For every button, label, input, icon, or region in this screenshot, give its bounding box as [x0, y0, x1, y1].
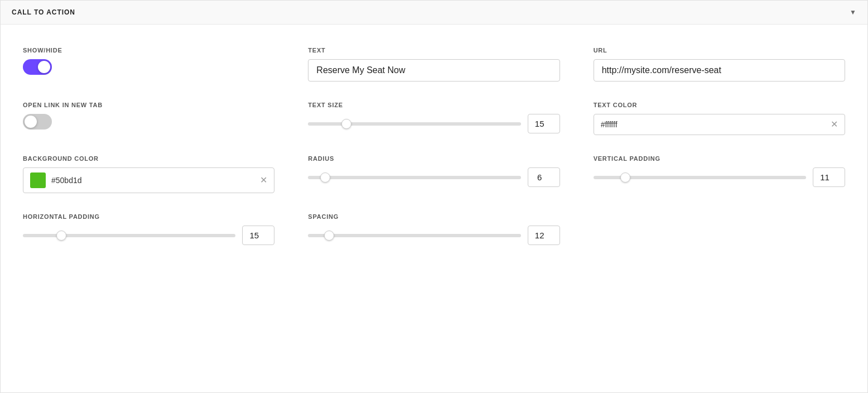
text-size-label: TEXT SIZE: [308, 102, 560, 108]
panel-body: SHOW/HIDE TEXT URL: [1, 25, 867, 267]
vertical-padding-track: [594, 176, 806, 179]
open-link-toggle-wrapper: [23, 114, 274, 130]
vertical-padding-slider-container: [594, 172, 806, 183]
show-hide-label: SHOW/HIDE: [23, 47, 274, 54]
horizontal-padding-input[interactable]: [242, 226, 274, 245]
radius-track: [308, 176, 520, 179]
text-size-slider-row: [308, 114, 560, 133]
horizontal-padding-slider-row: [23, 226, 274, 245]
radius-slider-row: [308, 167, 560, 187]
text-label: TEXT: [308, 47, 560, 54]
text-color-input[interactable]: [601, 120, 826, 129]
background-color-clear-icon[interactable]: ✕: [260, 176, 267, 185]
text-color-group: TEXT COLOR ✕: [594, 102, 845, 135]
text-color-label: TEXT COLOR: [594, 102, 845, 108]
background-color-swatch[interactable]: [30, 172, 46, 188]
open-link-thumb: [25, 116, 37, 128]
row-1: SHOW/HIDE TEXT URL: [23, 47, 845, 82]
open-link-group: OPEN LINK IN NEW TAB: [23, 102, 274, 135]
show-hide-toggle-wrapper: [23, 59, 274, 75]
radius-group: RADIUS: [308, 155, 560, 193]
radius-slider-container: [308, 172, 520, 183]
text-color-clear-icon[interactable]: ✕: [831, 120, 838, 129]
horizontal-padding-slider-container: [23, 230, 235, 241]
spacing-slider-container: [308, 230, 520, 241]
background-color-input[interactable]: [51, 176, 254, 185]
text-group: TEXT: [308, 47, 560, 82]
text-size-thumb[interactable]: [341, 119, 351, 129]
row-3: BACKGROUND COLOR ✕ RADIUS: [23, 155, 845, 193]
show-hide-group: SHOW/HIDE: [23, 47, 274, 82]
vertical-padding-input[interactable]: [813, 167, 845, 187]
spacing-thumb[interactable]: [324, 231, 334, 241]
call-to-action-panel: CALL TO ACTION ▼ SHOW/HIDE TEXT: [0, 0, 868, 393]
text-size-group: TEXT SIZE: [308, 102, 560, 135]
open-link-toggle[interactable]: [23, 114, 52, 130]
show-hide-thumb: [38, 61, 50, 73]
row-4: HORIZONTAL PADDING SPACING: [23, 213, 845, 245]
empty-cell: [594, 213, 845, 245]
show-hide-toggle[interactable]: [23, 59, 52, 75]
vertical-padding-slider-row: [594, 167, 845, 187]
vertical-padding-thumb[interactable]: [620, 172, 630, 183]
background-color-label: BACKGROUND COLOR: [23, 155, 274, 162]
row-2: OPEN LINK IN NEW TAB TEXT SIZE: [23, 102, 845, 135]
vertical-padding-group: VERTICAL PADDING: [594, 155, 845, 193]
url-input[interactable]: [594, 59, 845, 82]
panel-header: CALL TO ACTION ▼: [1, 1, 867, 25]
spacing-label: SPACING: [308, 213, 560, 220]
url-group: URL: [594, 47, 845, 82]
spacing-slider-row: [308, 226, 560, 245]
panel-title: CALL TO ACTION: [12, 8, 75, 16]
horizontal-padding-track: [23, 234, 235, 237]
text-input[interactable]: [308, 59, 560, 82]
spacing-track: [308, 234, 520, 237]
open-link-label: OPEN LINK IN NEW TAB: [23, 102, 274, 108]
radius-label: RADIUS: [308, 155, 560, 162]
vertical-padding-label: VERTICAL PADDING: [594, 155, 845, 162]
url-label: URL: [594, 47, 845, 54]
text-size-slider-container: [308, 118, 520, 130]
spacing-input[interactable]: [528, 226, 560, 245]
text-color-wrapper: ✕: [594, 114, 845, 135]
horizontal-padding-thumb[interactable]: [56, 231, 66, 241]
horizontal-padding-label: HORIZONTAL PADDING: [23, 213, 274, 220]
radius-input[interactable]: [528, 167, 560, 187]
radius-thumb[interactable]: [320, 172, 330, 183]
horizontal-padding-group: HORIZONTAL PADDING: [23, 213, 274, 245]
background-color-group: BACKGROUND COLOR ✕: [23, 155, 274, 193]
text-size-input[interactable]: [528, 114, 560, 133]
chevron-down-icon[interactable]: ▼: [850, 8, 856, 16]
text-size-track: [308, 122, 520, 126]
background-color-wrapper: ✕: [23, 167, 274, 193]
spacing-group: SPACING: [308, 213, 560, 245]
